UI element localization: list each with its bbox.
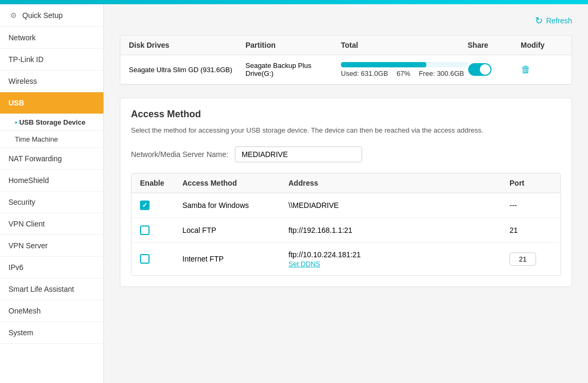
- sidebar-item-security[interactable]: Security: [0, 192, 103, 213]
- gear-icon: ⚙: [8, 11, 18, 20]
- table-row: Samba for Windows \\MEDIADRIVE ---: [131, 193, 560, 218]
- samba-port: ---: [510, 201, 552, 210]
- col-address: Address: [288, 179, 510, 187]
- local-ftp-method-label: Local FTP: [182, 226, 288, 234]
- col-access-method: Access Method: [182, 179, 288, 187]
- storage-table: Disk Drives Partition Total Share Modify…: [120, 35, 572, 85]
- section-description: Select the method for accessing your USB…: [131, 125, 561, 136]
- sidebar: ⚙ Quick Setup Network TP-Link ID Wireles…: [0, 4, 104, 383]
- sidebar-item-label: IPv6: [8, 263, 23, 272]
- access-table-header: Enable Access Method Address Port: [131, 173, 560, 193]
- sidebar-item-label: OneMesh: [8, 307, 41, 315]
- sidebar-item-label: Security: [8, 198, 36, 206]
- samba-checkbox[interactable]: [140, 201, 150, 210]
- sidebar-item-nat-forwarding[interactable]: NAT Forwarding: [0, 148, 103, 170]
- col-partition: Partition: [245, 41, 341, 49]
- share-toggle[interactable]: [468, 63, 521, 76]
- toggle-slider: [468, 63, 492, 76]
- sidebar-item-label: TP-Link ID: [8, 55, 43, 64]
- delete-icon[interactable]: 🗑: [521, 64, 531, 75]
- refresh-button[interactable]: ↻ Refresh: [535, 15, 572, 27]
- sidebar-item-label: USB Storage Device: [19, 118, 85, 126]
- internet-ftp-method-label: Internet FTP: [182, 255, 288, 263]
- sidebar-item-homeshield[interactable]: HomeShield: [0, 170, 103, 192]
- col-total: Total: [341, 41, 468, 49]
- disk-drive-label: Seagate Ultra Slim GD (931.6GB): [129, 66, 245, 74]
- sidebar-item-label: VPN Server: [8, 241, 48, 250]
- sidebar-item-smart-life[interactable]: Smart Life Assistant: [0, 278, 103, 300]
- set-ddns-link[interactable]: Set DDNS: [288, 260, 510, 268]
- refresh-icon: ↻: [535, 15, 543, 27]
- internet-ftp-port-input[interactable]: [510, 253, 536, 266]
- sidebar-item-label: Network: [8, 33, 36, 42]
- refresh-label: Refresh: [546, 16, 572, 25]
- samba-address: \\MEDIADRIVE: [288, 201, 510, 210]
- col-disk-drives: Disk Drives: [129, 41, 245, 49]
- sidebar-item-ipv6[interactable]: IPv6: [0, 257, 103, 278]
- sidebar-item-label: VPN Client: [8, 220, 45, 228]
- field-label: Network/Media Server Name:: [131, 150, 229, 159]
- main-layout: ⚙ Quick Setup Network TP-Link ID Wireles…: [0, 4, 588, 383]
- sidebar-item-label: NAT Forwarding: [8, 154, 62, 163]
- access-method-section: Access Method Select the method for acce…: [120, 98, 572, 287]
- col-port: Port: [510, 179, 552, 187]
- local-ftp-port: 21: [510, 226, 552, 234]
- used-label: Used: 631.0GB: [341, 69, 388, 77]
- sidebar-item-usb[interactable]: USB: [0, 92, 103, 114]
- free-label: Free: 300.6GB: [419, 69, 464, 77]
- delete-cell: 🗑: [521, 64, 564, 75]
- sidebar-item-vpn-server[interactable]: VPN Server: [0, 235, 103, 257]
- col-enable: Enable: [140, 179, 182, 187]
- local-ftp-checkbox[interactable]: [140, 225, 150, 235]
- col-share: Share: [468, 41, 521, 49]
- access-table: Enable Access Method Address Port Samba …: [131, 173, 561, 276]
- sidebar-item-system[interactable]: System: [0, 322, 103, 344]
- sidebar-item-label: Time Machine: [15, 135, 58, 143]
- top-bar: [0, 0, 588, 4]
- pct-label: 67%: [397, 69, 410, 77]
- col-modify: Modify: [521, 41, 563, 49]
- sidebar-item-vpn-client[interactable]: VPN Client: [0, 213, 103, 235]
- sidebar-item-onemesh[interactable]: OneMesh: [0, 300, 103, 322]
- main-content: ↻ Refresh Disk Drives Partition Total Sh…: [104, 4, 588, 383]
- sidebar-item-label: Wireless: [8, 77, 37, 85]
- progress-container: Used: 631.0GB 67% Free: 300.6GB: [341, 62, 468, 77]
- partition-label: Seagate Backup Plus Drive(G:): [245, 62, 341, 77]
- progress-info: Used: 631.0GB 67% Free: 300.6GB: [341, 69, 468, 77]
- sidebar-item-network[interactable]: Network: [0, 27, 103, 49]
- sidebar-item-label: System: [8, 328, 33, 337]
- storage-table-header: Disk Drives Partition Total Share Modify: [120, 36, 572, 55]
- table-row: Local FTP ftp://192.168.1.1:21 21: [131, 218, 560, 243]
- internet-ftp-address: ftp://10.10.224.181:21: [288, 250, 510, 259]
- sidebar-item-label: Smart Life Assistant: [8, 285, 74, 293]
- refresh-bar: ↻ Refresh: [120, 15, 572, 27]
- sidebar-item-quick-setup[interactable]: ⚙ Quick Setup: [0, 4, 103, 27]
- samba-method-label: Samba for Windows: [182, 201, 288, 210]
- sidebar-item-label: USB: [8, 99, 24, 107]
- sidebar-item-label: Quick Setup: [22, 11, 63, 20]
- internet-ftp-address-cell: ftp://10.10.224.181:21 Set DDNS: [288, 250, 510, 268]
- local-ftp-address: ftp://192.168.1.1:21: [288, 226, 510, 234]
- sidebar-item-usb-storage-device[interactable]: USB Storage Device: [0, 114, 103, 131]
- section-title: Access Method: [131, 109, 561, 120]
- internet-ftp-checkbox[interactable]: [140, 254, 150, 264]
- sidebar-item-wireless[interactable]: Wireless: [0, 71, 103, 92]
- table-row: Seagate Ultra Slim GD (931.6GB) Seagate …: [120, 55, 572, 84]
- progress-bar-fill: [341, 62, 426, 67]
- sidebar-item-time-machine[interactable]: Time Machine: [0, 131, 103, 148]
- toggle-label[interactable]: [468, 63, 492, 76]
- table-row: Internet FTP ftp://10.10.224.181:21 Set …: [131, 243, 560, 275]
- progress-bar-background: [341, 62, 468, 67]
- server-name-field-row: Network/Media Server Name:: [131, 146, 561, 162]
- server-name-input[interactable]: [235, 146, 362, 162]
- sidebar-item-label: HomeShield: [8, 176, 49, 185]
- sidebar-item-tplink-id[interactable]: TP-Link ID: [0, 49, 103, 71]
